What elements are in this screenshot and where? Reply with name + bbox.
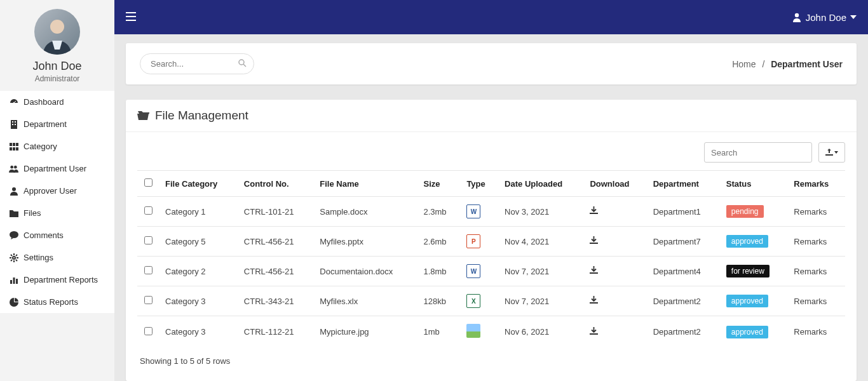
download-icon[interactable] <box>590 267 598 276</box>
cell-category: Category 2 <box>159 257 238 286</box>
nav-settings[interactable]: Settings <box>0 246 114 269</box>
row-checkbox[interactable] <box>144 206 153 215</box>
cell-department: Department2 <box>647 286 720 316</box>
col-file-name[interactable]: File Name <box>313 171 417 197</box>
nav-label: Status Reports <box>24 297 78 307</box>
cell-date: Nov 4, 2021 <box>498 227 583 257</box>
cell-type: W <box>460 197 498 227</box>
row-checkbox[interactable] <box>144 266 153 274</box>
user-menu[interactable]: John Doe <box>792 12 857 23</box>
nav-label: Department <box>24 119 67 129</box>
col-remarks[interactable]: Remarks <box>787 171 845 197</box>
table-row: Category 5CTRL-456-21Myfiles.pptx2.6mbPN… <box>137 227 845 257</box>
nav-label: Comments <box>24 231 64 240</box>
svg-rect-8 <box>10 143 12 146</box>
cell-category: Category 5 <box>159 227 238 257</box>
svg-point-0 <box>50 20 64 34</box>
nav-approver-user[interactable]: Approver User <box>0 180 114 202</box>
breadcrumb-home[interactable]: Home <box>732 59 756 69</box>
svg-rect-10 <box>16 143 18 146</box>
download-icon[interactable] <box>590 297 598 306</box>
col-control-no-[interactable]: Control No. <box>238 171 313 197</box>
search-icon[interactable] <box>238 59 247 69</box>
cell-department: Department7 <box>647 227 720 257</box>
svg-rect-6 <box>12 124 13 125</box>
cell-date: Nov 3, 2021 <box>498 197 583 227</box>
download-icon[interactable] <box>590 237 598 246</box>
col-download[interactable]: Download <box>583 171 646 197</box>
profile: John Doe Administrator <box>0 0 114 91</box>
breadcrumb-current: Department User <box>771 59 843 69</box>
row-checkbox[interactable] <box>144 327 153 335</box>
svg-point-18 <box>13 257 15 259</box>
nav-label: Dashboard <box>24 97 64 107</box>
cell-control: CTRL-456-21 <box>238 257 313 286</box>
nav-files[interactable]: Files <box>0 202 114 224</box>
cell-filename: Mypicture.jpg <box>313 316 417 348</box>
svg-rect-28 <box>13 277 15 284</box>
cell-department: Department4 <box>647 257 720 286</box>
cell-filename: Myfiles.pptx <box>313 227 417 257</box>
nav-department[interactable]: Department <box>0 113 114 135</box>
select-all-checkbox[interactable] <box>144 178 153 187</box>
avatar <box>34 9 80 55</box>
export-button[interactable] <box>818 142 845 163</box>
nav-label: Department User <box>24 164 86 173</box>
filetype-word-icon: W <box>466 264 480 278</box>
cell-size: 2.3mb <box>417 197 460 227</box>
caret-down-icon <box>834 151 838 154</box>
filetype-word-icon: W <box>466 204 480 218</box>
svg-rect-9 <box>13 143 15 146</box>
nav-comments[interactable]: Comments <box>0 224 114 246</box>
filetype-img-icon <box>466 324 480 338</box>
cell-type: P <box>460 227 498 257</box>
nav-category[interactable]: Category <box>0 135 114 157</box>
col-status[interactable]: Status <box>720 171 787 197</box>
cell-size: 1.8mb <box>417 257 460 286</box>
svg-point-34 <box>239 60 244 65</box>
nav-department-reports[interactable]: Department Reports <box>0 269 114 291</box>
row-checkbox[interactable] <box>144 296 153 304</box>
svg-rect-38 <box>590 243 598 244</box>
building-icon <box>9 119 18 129</box>
col-file-category[interactable]: File Category <box>159 171 238 197</box>
svg-point-14 <box>10 165 13 168</box>
nav-dashboard[interactable]: Dashboard <box>0 91 114 113</box>
svg-line-26 <box>16 255 17 256</box>
header-card: Home / Department User <box>126 43 857 84</box>
table-row: Category 3CTRL-112-21Mypicture.jpg1mbNov… <box>137 316 845 348</box>
status-badge: approved <box>726 235 768 248</box>
svg-line-25 <box>11 260 12 261</box>
cell-remarks: Remarks <box>787 257 845 286</box>
cell-category: Category 3 <box>159 286 238 316</box>
user-icon <box>792 12 802 22</box>
table-search-input[interactable] <box>704 142 812 163</box>
sidebar: John Doe Administrator DashboardDepartme… <box>0 0 114 381</box>
svg-rect-5 <box>15 121 16 123</box>
cell-remarks: Remarks <box>787 316 845 348</box>
download-icon[interactable] <box>590 207 598 217</box>
svg-point-33 <box>795 13 799 17</box>
th-icon <box>9 142 18 151</box>
col-size[interactable]: Size <box>417 171 460 197</box>
menu-toggle-icon[interactable] <box>126 12 136 23</box>
file-panel: File Management File CategoryControl No.… <box>126 100 857 381</box>
folder-open-icon <box>137 110 150 122</box>
download-icon[interactable] <box>590 328 598 337</box>
search-input[interactable] <box>140 53 254 74</box>
breadcrumb: Home / Department User <box>732 59 843 69</box>
col-department[interactable]: Department <box>647 171 720 197</box>
svg-rect-11 <box>10 147 12 150</box>
svg-rect-32 <box>126 20 136 21</box>
svg-rect-39 <box>590 272 598 274</box>
cell-type <box>460 316 498 348</box>
row-checkbox[interactable] <box>144 236 153 244</box>
col-type[interactable]: Type <box>460 171 498 197</box>
nav-department-user[interactable]: Department User <box>0 157 114 180</box>
cell-date: Nov 7, 2021 <box>498 257 583 286</box>
nav-label: Files <box>24 208 41 218</box>
cell-department: Department1 <box>647 197 720 227</box>
svg-rect-29 <box>16 279 18 284</box>
col-date-uploaded[interactable]: Date Uploaded <box>498 171 583 197</box>
nav-status-reports[interactable]: Status Reports <box>0 291 114 313</box>
